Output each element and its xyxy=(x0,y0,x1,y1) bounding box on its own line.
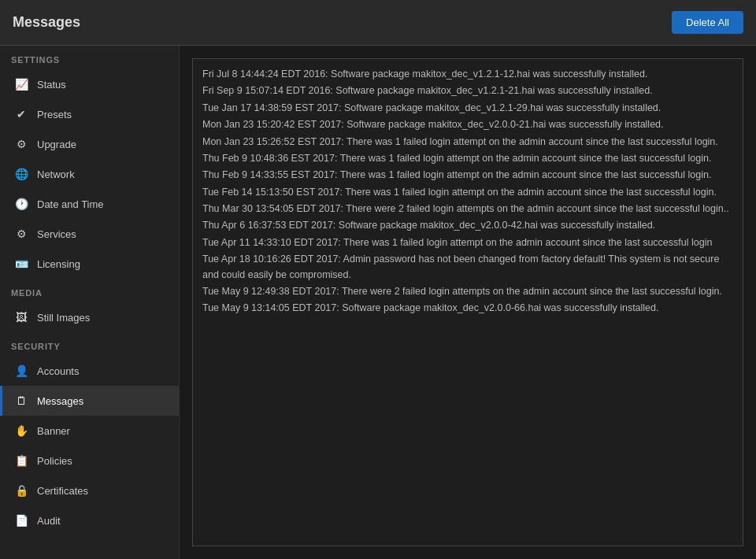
still-images-icon: 🖼 xyxy=(13,309,29,325)
media-section-label: MEDIA xyxy=(0,279,179,302)
sidebar-item-label: Network xyxy=(37,168,75,180)
delete-all-button[interactable]: Delete All xyxy=(672,11,743,34)
message-line: Tue Jan 17 14:38:59 EST 2017: Software p… xyxy=(202,101,733,116)
message-line: Thu Mar 30 13:54:05 EDT 2017: There were… xyxy=(202,202,733,217)
message-line: Mon Jan 23 15:20:42 EST 2017: Software p… xyxy=(202,117,733,132)
sidebar-item-services[interactable]: ⚙ Services xyxy=(0,219,179,249)
settings-section-label: SETTINGS xyxy=(0,46,179,69)
main-layout: SETTINGS 📈 Status ✔ Presets ⚙ Upgrade 🌐 … xyxy=(0,46,756,559)
sidebar-item-upgrade[interactable]: ⚙ Upgrade xyxy=(0,129,179,159)
sidebar-item-label: Status xyxy=(37,79,66,91)
sidebar-item-status[interactable]: 📈 Status xyxy=(0,69,179,99)
message-line: Tue Apr 18 10:16:26 EDT 2017: Admin pass… xyxy=(202,252,733,283)
upgrade-icon: ⚙ xyxy=(13,136,29,152)
sidebar-item-accounts[interactable]: 👤 Accounts xyxy=(0,356,179,386)
sidebar-item-presets[interactable]: ✔ Presets xyxy=(0,99,179,129)
sidebar-item-label: Policies xyxy=(37,455,72,467)
header: Messages Delete All xyxy=(0,0,756,46)
message-line: Thu Feb 9 10:48:36 EST 2017: There was 1… xyxy=(202,151,733,166)
message-line: Tue May 9 13:14:05 EDT 2017: Software pa… xyxy=(202,301,733,316)
presets-icon: ✔ xyxy=(13,106,29,122)
page-title: Messages xyxy=(13,14,80,31)
sidebar-item-label: Presets xyxy=(37,109,72,120)
sidebar-item-certificates[interactable]: 🔒 Certificates xyxy=(0,476,179,505)
sidebar-item-label: Still Images xyxy=(37,312,90,324)
sidebar-item-audit[interactable]: 📄 Audit xyxy=(0,505,179,535)
accounts-icon: 👤 xyxy=(13,363,29,379)
services-icon: ⚙ xyxy=(13,226,29,242)
datetime-icon: 🕐 xyxy=(13,196,29,212)
security-section-label: SECURITY xyxy=(0,332,179,356)
sidebar-item-messages[interactable]: 🗒 Messages xyxy=(0,386,179,416)
message-line: Tue May 9 12:49:38 EDT 2017: There were … xyxy=(202,284,733,299)
status-icon: 📈 xyxy=(13,76,29,92)
sidebar-item-policies[interactable]: 📋 Policies xyxy=(0,446,179,476)
sidebar-item-label: Accounts xyxy=(37,365,79,377)
certificates-icon: 🔒 xyxy=(13,483,29,498)
message-line: Mon Jan 23 15:26:52 EST 2017: There was … xyxy=(202,135,733,150)
sidebar-item-network[interactable]: 🌐 Network xyxy=(0,159,179,189)
message-line: Tue Feb 14 15:13:50 EST 2017: There was … xyxy=(202,185,733,200)
sidebar-item-banner[interactable]: ✋ Banner xyxy=(0,416,179,446)
message-line: Thu Apr 6 16:37:53 EDT 2017: Software pa… xyxy=(202,218,733,233)
audit-icon: 📄 xyxy=(13,513,29,528)
sidebar-item-label: Upgrade xyxy=(37,139,76,150)
sidebar-item-licensing[interactable]: 🪪 Licensing xyxy=(0,249,179,279)
sidebar-item-label: Date and Time xyxy=(37,198,104,210)
network-icon: 🌐 xyxy=(13,166,29,182)
sidebar-item-label: Licensing xyxy=(37,258,80,270)
sidebar-item-label: Services xyxy=(37,228,76,240)
banner-icon: ✋ xyxy=(13,423,29,439)
sidebar-item-label: Certificates xyxy=(37,485,88,497)
messages-box[interactable]: Fri Jul 8 14:44:24 EDT 2016: Software pa… xyxy=(192,58,743,546)
message-line: Thu Feb 9 14:33:55 EST 2017: There was 1… xyxy=(202,168,733,183)
sidebar-item-label: Audit xyxy=(37,515,61,527)
messages-icon: 🗒 xyxy=(13,393,29,409)
sidebar-item-date-time[interactable]: 🕐 Date and Time xyxy=(0,189,179,219)
licensing-icon: 🪪 xyxy=(13,256,29,272)
main-content: Fri Jul 8 14:44:24 EDT 2016: Software pa… xyxy=(180,46,756,559)
sidebar-item-label: Banner xyxy=(37,425,70,437)
message-line: Tue Apr 11 14:33:10 EDT 2017: There was … xyxy=(202,235,733,250)
sidebar-item-still-images[interactable]: 🖼 Still Images xyxy=(0,302,179,332)
sidebar: SETTINGS 📈 Status ✔ Presets ⚙ Upgrade 🌐 … xyxy=(0,46,180,559)
sidebar-item-label: Messages xyxy=(37,395,83,407)
policies-icon: 📋 xyxy=(13,453,29,468)
message-line: Fri Jul 8 14:44:24 EDT 2016: Software pa… xyxy=(202,67,733,82)
message-line: Fri Sep 9 15:07:14 EDT 2016: Software pa… xyxy=(202,83,733,98)
